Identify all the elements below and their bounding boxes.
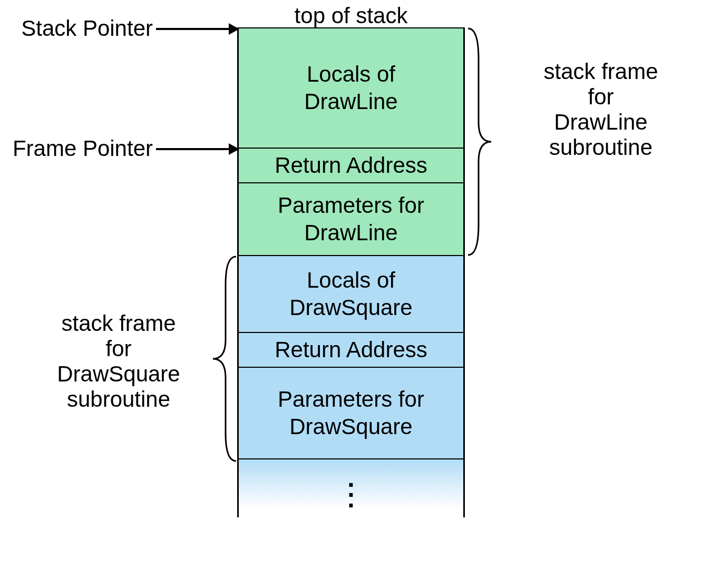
svg-marker-1 xyxy=(229,23,239,35)
cell-text: Return Address xyxy=(275,336,427,364)
stack-pointer-arrow xyxy=(156,21,239,37)
drawsquare-frame-annotation: stack frame for DrawSquare subroutine xyxy=(32,311,206,412)
top-of-stack-label: top of stack xyxy=(237,3,465,28)
brace-right-icon xyxy=(467,27,493,256)
svg-marker-3 xyxy=(229,143,239,155)
annotation-text: stack frame for DrawSquare subroutine xyxy=(57,311,180,411)
cell-text: Parameters for DrawLine xyxy=(278,192,424,247)
frame-pointer-arrow xyxy=(156,141,239,157)
ellipsis-icon: ... xyxy=(347,473,354,504)
drawsquare-locals-cell: Locals of DrawSquare xyxy=(239,255,463,332)
cell-text: Locals of DrawLine xyxy=(304,61,397,116)
drawline-frame-annotation: stack frame for DrawLine subroutine xyxy=(490,59,712,160)
drawline-locals-cell: Locals of DrawLine xyxy=(239,27,463,148)
stack-pointer-label: Stack Pointer xyxy=(5,16,153,41)
drawline-return-cell: Return Address xyxy=(239,148,463,182)
stack-continues-fade: ... xyxy=(239,459,463,517)
drawsquare-params-cell: Parameters for DrawSquare xyxy=(239,367,463,459)
cell-text: Parameters for DrawSquare xyxy=(278,386,424,441)
frame-pointer-label: Frame Pointer xyxy=(5,136,153,161)
cell-text: Return Address xyxy=(275,152,427,180)
drawline-params-cell: Parameters for DrawLine xyxy=(239,182,463,255)
drawsquare-return-cell: Return Address xyxy=(239,332,463,367)
cell-text: Locals of DrawSquare xyxy=(289,267,412,322)
annotation-text: stack frame for DrawLine subroutine xyxy=(543,59,658,160)
call-stack-column: Locals of DrawLine Return Address Parame… xyxy=(237,27,465,517)
brace-left-icon xyxy=(211,256,237,462)
stack-diagram: top of stack Locals of DrawLine Return A… xyxy=(0,0,721,588)
